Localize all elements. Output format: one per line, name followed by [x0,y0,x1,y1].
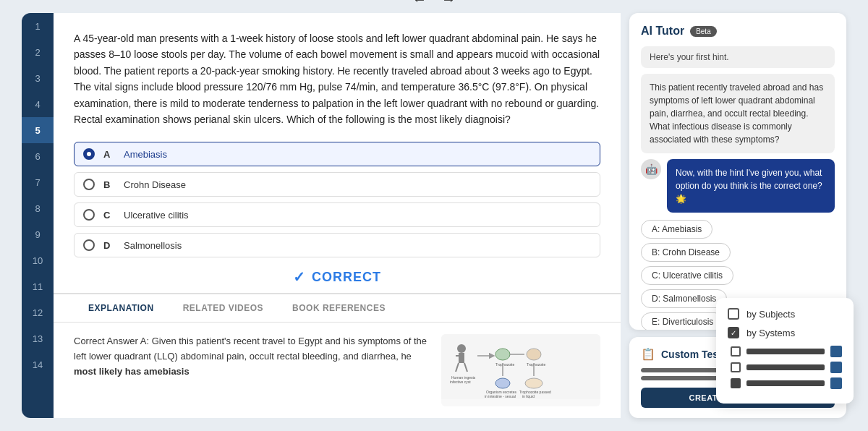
sidebar-item-14[interactable]: 14 [22,351,54,377]
tabs-row: EXPLANATIONRELATED VIDEOSBOOK REFERENCES [54,293,621,322]
radio-B [83,179,95,190]
option-text-B: Crohn Disease [124,179,186,190]
by-systems-checkbox[interactable] [728,327,739,338]
tutor-avatar: 🤖 [641,159,661,179]
sidebar-item-12[interactable]: 12 [22,299,54,325]
option-letter-D: D [103,240,115,251]
explanation-image: Life cycle of E. histolytica Human inges… [441,334,600,406]
question-text: A 45-year-old man presents with a 1-week… [74,30,600,127]
tab-explanation[interactable]: EXPLANATION [74,294,169,323]
navigation-arrows: ← → [412,0,456,8]
question-sidebar: 1234567891011121314 [22,13,54,418]
sidebar-item-4[interactable]: 4 [22,91,54,117]
by-subjects-option[interactable]: by Subjects [728,308,842,320]
sub-checkbox-3[interactable] [731,378,741,388]
sub-checkbox-2[interactable] [731,362,741,372]
sidebar-item-13[interactable]: 13 [22,325,54,351]
sub-bar-3 [746,380,825,386]
sub-indicator-3 [830,377,842,389]
by-systems-option[interactable]: by Systems [728,327,842,338]
tutor-question-bubble: Now, with the hint I've given you, what … [667,159,835,213]
answer-chip-C[interactable]: C: Ulcerative cilitis [641,266,733,285]
radio-C [83,209,95,221]
sidebar-item-1[interactable]: 1 [22,13,54,39]
explanation-emphasis: most likely has amebiasis [74,366,190,377]
correct-answer-prefix: Correct Answer A: [74,336,152,346]
beta-badge: Beta [690,26,717,37]
answer-option-D[interactable]: DSalmonellosis [74,233,600,257]
check-icon: ✓ [293,268,306,286]
next-arrow-button[interactable]: → [441,0,456,8]
ai-tutor-title: AI Tutor [641,25,684,38]
answer-options: AAmebiasisBCrohn DiseaseCUlcerative cili… [74,142,600,261]
svg-point-1 [457,344,466,353]
option-letter-C: C [103,210,115,221]
svg-point-19 [525,378,542,388]
svg-text:in intestine - sexual: in intestine - sexual [485,394,516,398]
svg-text:infective cyst: infective cyst [450,380,471,384]
answer-chip-B[interactable]: B: Crohn Disease [641,243,731,262]
ai-tutor-header: AI Tutor Beta [641,25,835,38]
option-text-C: Ulcerative cilitis [124,210,189,221]
answer-chip-E[interactable]: E: Diverticulosis [641,312,724,330]
sidebar-item-10[interactable]: 10 [22,247,54,273]
answer-option-A[interactable]: AAmebiasis [74,142,600,166]
sidebar-item-11[interactable]: 11 [22,273,54,299]
option-letter-B: B [103,179,115,190]
radio-D [83,239,95,251]
lifecycle-diagram: Human ingests infective cyst Trophozoite… [441,334,600,399]
svg-point-16 [527,349,541,360]
by-subjects-checkbox[interactable] [728,308,739,320]
sub-bar-2 [746,364,825,370]
hint-label-bubble: Here's your first hint. [641,46,835,68]
answer-chip-A[interactable]: A: Amebiasis [641,220,712,239]
prev-arrow-button[interactable]: ← [412,0,427,8]
sidebar-item-5[interactable]: 5 [22,117,54,143]
option-text-D: Salmonellosis [124,240,182,251]
tab-related-videos[interactable]: RELATED VIDEOS [169,294,278,322]
svg-point-9 [495,349,510,360]
tab-book-references[interactable]: BOOK REFERENCES [278,294,400,322]
sub-indicator-2 [830,362,842,373]
correct-label: CORRECT [312,270,381,285]
sub-indicator-1 [830,346,842,357]
svg-point-12 [495,378,510,388]
correct-banner: ✓ CORRECT [54,261,621,293]
radio-A [83,148,95,160]
sub-option-2[interactable] [728,362,842,373]
sidebar-item-6[interactable]: 6 [22,143,54,169]
sub-bar-1 [746,349,825,354]
hint-text-bubble: This patient recently traveled abroad an… [641,74,835,153]
sidebar-item-3[interactable]: 3 [22,65,54,91]
sidebar-item-9[interactable]: 9 [22,221,54,247]
svg-rect-2 [459,353,464,363]
main-content-area: A 45-year-old man presents with a 1-week… [54,13,621,418]
by-subjects-label: by Subjects [746,309,795,320]
custom-tests-icon: 📋 [641,347,655,361]
sidebar-item-7[interactable]: 7 [22,169,54,195]
sidebar-item-2[interactable]: 2 [22,39,54,65]
answer-option-B[interactable]: BCrohn Disease [74,172,600,197]
question-area: A 45-year-old man presents with a 1-week… [54,13,621,261]
explanation-area: Correct Answer A: Given this patient's r… [54,322,621,418]
explanation-text: Correct Answer A: Given this patient's r… [74,334,430,406]
ai-tutor-card: AI Tutor Beta Here's your first hint. Th… [629,13,846,330]
sidebar-item-8[interactable]: 8 [22,195,54,221]
svg-text:Trophozoite: Trophozoite [527,362,545,367]
by-systems-label: by Systems [746,328,795,338]
svg-text:in liquid: in liquid [522,394,535,398]
svg-text:Trophozoite: Trophozoite [495,362,514,367]
option-letter-A: A [103,149,115,160]
answer-chip-D[interactable]: D: Salmonellosis [641,289,727,308]
options-panel: by Subjects by Systems [716,298,854,404]
sub-option-1[interactable] [728,346,842,357]
sub-checkbox-1[interactable] [731,346,741,357]
answer-option-C[interactable]: CUlcerative cilitis [74,202,600,227]
sub-option-3[interactable] [728,377,842,389]
option-text-A: Amebiasis [124,149,167,160]
tutor-question-row: 🤖 Now, with the hint I've given you, wha… [641,159,835,213]
